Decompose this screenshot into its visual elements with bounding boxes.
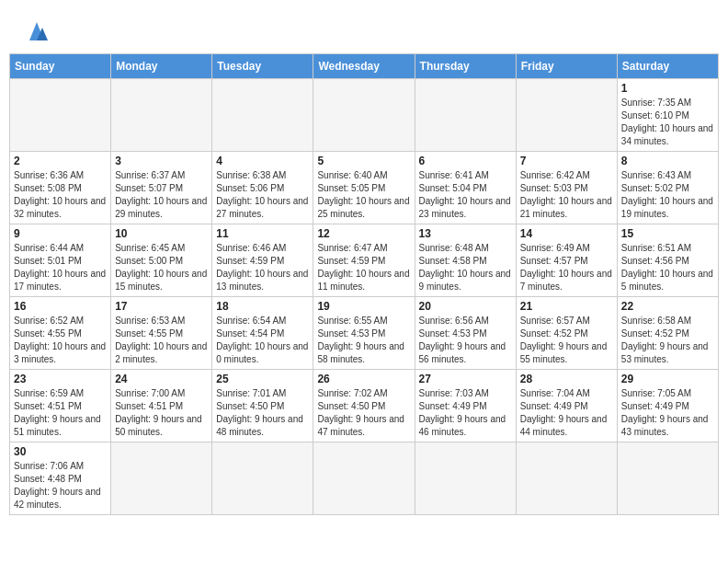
day-info: Sunrise: 6:41 AM Sunset: 5:04 PM Dayligh… (419, 169, 512, 221)
day-info: Sunrise: 6:57 AM Sunset: 4:52 PM Dayligh… (520, 315, 613, 366)
day-info: Sunrise: 6:58 AM Sunset: 4:52 PM Dayligh… (621, 315, 714, 366)
day-number: 5 (317, 155, 410, 167)
day-number: 2 (14, 155, 107, 167)
calendar-week-row: 30Sunrise: 7:06 AM Sunset: 4:48 PM Dayli… (10, 442, 719, 515)
calendar-cell: 25Sunrise: 7:01 AM Sunset: 4:50 PM Dayli… (212, 370, 313, 442)
day-number: 9 (14, 227, 107, 240)
day-info: Sunrise: 6:55 AM Sunset: 4:53 PM Dayligh… (317, 315, 410, 366)
day-number: 20 (419, 300, 512, 313)
day-info: Sunrise: 7:35 AM Sunset: 6:10 PM Dayligh… (621, 97, 714, 148)
calendar-cell (10, 79, 111, 152)
day-number: 8 (621, 155, 714, 167)
day-info: Sunrise: 6:45 AM Sunset: 5:00 PM Dayligh… (115, 242, 208, 293)
day-of-week-header: Thursday (415, 54, 516, 79)
calendar-cell: 27Sunrise: 7:03 AM Sunset: 4:49 PM Dayli… (415, 370, 516, 442)
calendar-cell: 16Sunrise: 6:52 AM Sunset: 4:55 PM Dayli… (10, 297, 111, 370)
calendar-cell (516, 442, 617, 515)
day-number: 4 (216, 155, 309, 167)
calendar-cell (212, 79, 313, 152)
day-number: 28 (520, 373, 613, 385)
day-number: 12 (317, 227, 410, 240)
day-number: 14 (520, 227, 613, 240)
calendar-cell: 6Sunrise: 6:41 AM Sunset: 5:04 PM Daylig… (415, 152, 516, 224)
calendar-cell (111, 442, 212, 515)
day-info: Sunrise: 6:48 AM Sunset: 4:58 PM Dayligh… (419, 242, 512, 293)
day-info: Sunrise: 7:04 AM Sunset: 4:49 PM Dayligh… (520, 387, 613, 439)
calendar-cell (111, 79, 212, 152)
calendar-cell: 13Sunrise: 6:48 AM Sunset: 4:58 PM Dayli… (415, 224, 516, 297)
calendar-cell (212, 442, 313, 515)
day-info: Sunrise: 7:06 AM Sunset: 4:48 PM Dayligh… (14, 460, 107, 511)
day-number: 22 (621, 300, 714, 313)
calendar-cell (415, 79, 516, 152)
calendar-cell (617, 442, 718, 515)
day-number: 24 (115, 373, 208, 385)
day-number: 29 (621, 373, 714, 385)
day-number: 7 (520, 155, 613, 167)
calendar-cell: 20Sunrise: 6:56 AM Sunset: 4:53 PM Dayli… (415, 297, 516, 370)
day-number: 3 (115, 155, 208, 167)
calendar-week-row: 16Sunrise: 6:52 AM Sunset: 4:55 PM Dayli… (10, 297, 719, 370)
calendar-cell: 17Sunrise: 6:53 AM Sunset: 4:55 PM Dayli… (111, 297, 212, 370)
calendar-cell: 14Sunrise: 6:49 AM Sunset: 4:57 PM Dayli… (516, 224, 617, 297)
day-info: Sunrise: 6:59 AM Sunset: 4:51 PM Dayligh… (14, 387, 107, 439)
day-number: 1 (621, 82, 714, 95)
day-number: 27 (419, 373, 512, 385)
day-info: Sunrise: 6:56 AM Sunset: 4:53 PM Dayligh… (419, 315, 512, 366)
day-number: 18 (216, 300, 309, 313)
calendar-cell: 3Sunrise: 6:37 AM Sunset: 5:07 PM Daylig… (111, 152, 212, 224)
day-info: Sunrise: 6:43 AM Sunset: 5:02 PM Dayligh… (621, 169, 714, 221)
day-of-week-header: Friday (516, 54, 617, 79)
day-number: 25 (216, 373, 309, 385)
calendar-header-row: SundayMondayTuesdayWednesdayThursdayFrid… (10, 54, 719, 79)
day-number: 16 (14, 300, 107, 313)
day-of-week-header: Tuesday (212, 54, 313, 79)
calendar-cell: 28Sunrise: 7:04 AM Sunset: 4:49 PM Dayli… (516, 370, 617, 442)
calendar-cell: 24Sunrise: 7:00 AM Sunset: 4:51 PM Dayli… (111, 370, 212, 442)
calendar-cell: 9Sunrise: 6:44 AM Sunset: 5:01 PM Daylig… (10, 224, 111, 297)
calendar-cell: 15Sunrise: 6:51 AM Sunset: 4:56 PM Dayli… (617, 224, 718, 297)
day-info: Sunrise: 6:51 AM Sunset: 4:56 PM Dayligh… (621, 242, 714, 293)
calendar-cell: 1Sunrise: 7:35 AM Sunset: 6:10 PM Daylig… (617, 79, 718, 152)
day-of-week-header: Sunday (10, 54, 111, 79)
calendar-week-row: 9Sunrise: 6:44 AM Sunset: 5:01 PM Daylig… (10, 224, 719, 297)
calendar-cell: 10Sunrise: 6:45 AM Sunset: 5:00 PM Dayli… (111, 224, 212, 297)
logo-icon (22, 18, 51, 44)
day-number: 10 (115, 227, 208, 240)
day-number: 23 (14, 373, 107, 385)
day-number: 17 (115, 300, 208, 313)
calendar-week-row: 1Sunrise: 7:35 AM Sunset: 6:10 PM Daylig… (10, 79, 719, 152)
calendar-table: SundayMondayTuesdayWednesdayThursdayFrid… (9, 53, 719, 515)
day-number: 11 (216, 227, 309, 240)
day-info: Sunrise: 6:42 AM Sunset: 5:03 PM Dayligh… (520, 169, 613, 221)
day-info: Sunrise: 6:40 AM Sunset: 5:05 PM Dayligh… (317, 169, 410, 221)
day-number: 30 (14, 445, 107, 458)
day-number: 19 (317, 300, 410, 313)
calendar-cell: 30Sunrise: 7:06 AM Sunset: 4:48 PM Dayli… (10, 442, 111, 515)
header (9, 9, 719, 49)
calendar-cell: 7Sunrise: 6:42 AM Sunset: 5:03 PM Daylig… (516, 152, 617, 224)
calendar-cell: 5Sunrise: 6:40 AM Sunset: 5:05 PM Daylig… (313, 152, 415, 224)
calendar-cell: 19Sunrise: 6:55 AM Sunset: 4:53 PM Dayli… (313, 297, 415, 370)
day-of-week-header: Wednesday (313, 54, 415, 79)
day-info: Sunrise: 6:47 AM Sunset: 4:59 PM Dayligh… (317, 242, 410, 293)
day-info: Sunrise: 6:37 AM Sunset: 5:07 PM Dayligh… (115, 169, 208, 221)
calendar-week-row: 2Sunrise: 6:36 AM Sunset: 5:08 PM Daylig… (10, 152, 719, 224)
day-number: 26 (317, 373, 410, 385)
day-info: Sunrise: 6:44 AM Sunset: 5:01 PM Dayligh… (14, 242, 107, 293)
calendar-cell (313, 442, 415, 515)
calendar-cell: 29Sunrise: 7:05 AM Sunset: 4:49 PM Dayli… (617, 370, 718, 442)
day-info: Sunrise: 6:54 AM Sunset: 4:54 PM Dayligh… (216, 315, 309, 366)
calendar-cell: 23Sunrise: 6:59 AM Sunset: 4:51 PM Dayli… (10, 370, 111, 442)
day-info: Sunrise: 6:52 AM Sunset: 4:55 PM Dayligh… (14, 315, 107, 366)
day-info: Sunrise: 7:05 AM Sunset: 4:49 PM Dayligh… (621, 387, 714, 439)
day-info: Sunrise: 7:01 AM Sunset: 4:50 PM Dayligh… (216, 387, 309, 439)
day-number: 6 (419, 155, 512, 167)
day-number: 21 (520, 300, 613, 313)
calendar-cell: 21Sunrise: 6:57 AM Sunset: 4:52 PM Dayli… (516, 297, 617, 370)
logo (18, 18, 51, 44)
day-info: Sunrise: 6:46 AM Sunset: 4:59 PM Dayligh… (216, 242, 309, 293)
calendar-cell: 8Sunrise: 6:43 AM Sunset: 5:02 PM Daylig… (617, 152, 718, 224)
calendar-cell: 2Sunrise: 6:36 AM Sunset: 5:08 PM Daylig… (10, 152, 111, 224)
calendar-week-row: 23Sunrise: 6:59 AM Sunset: 4:51 PM Dayli… (10, 370, 719, 442)
